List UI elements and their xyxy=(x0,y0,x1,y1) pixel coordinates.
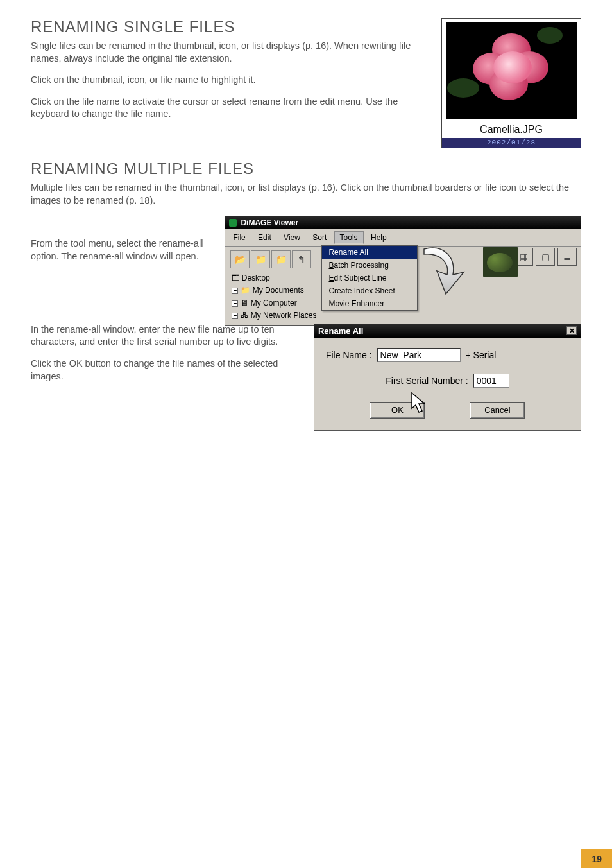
thumbnail-date: 2002/01/28 xyxy=(442,138,581,148)
section1-p2: Click on the thumbnail, icon, or file na… xyxy=(31,74,430,87)
menu-view[interactable]: View xyxy=(278,232,305,243)
new-folder-icon xyxy=(255,254,266,265)
file-name-label: File Name : xyxy=(326,350,372,360)
menu-edit-subject[interactable]: Edit Subject Line xyxy=(322,272,417,284)
thumbnail-card[interactable]: Camellia.JPG 2002/01/28 xyxy=(441,18,581,148)
instr2-text: In the rename-all window, enter the new … xyxy=(31,324,302,349)
folder-icon xyxy=(276,254,287,265)
window-title: DiMAGE Viewer xyxy=(241,218,298,227)
menu-batch-processing[interactable]: Batch Processing xyxy=(322,259,417,272)
section2-title: RENAMING MULTIPLE FILES xyxy=(31,160,581,178)
up-button[interactable] xyxy=(292,250,311,268)
dimage-viewer-window: DiMAGE Viewer File Edit View Sort Tools … xyxy=(225,216,581,326)
section1-title: RENAMING SINGLE FILES xyxy=(31,18,430,36)
instr3-text: Click the OK button to change the file n… xyxy=(31,358,302,383)
menu-movie-enhancer[interactable]: Movie Enhancer xyxy=(322,297,417,310)
rename-all-dialog: Rename All ✕ File Name : + Serial First … xyxy=(314,324,581,431)
section1-p1: Single files can be renamed in the thumb… xyxy=(31,40,430,65)
folder-open-icon xyxy=(235,254,246,265)
dialog-titlebar: Rename All ✕ xyxy=(314,324,581,338)
list-icon: ≣ xyxy=(563,252,571,262)
menu-edit[interactable]: Edit xyxy=(253,232,276,243)
app-logo-icon xyxy=(229,219,237,227)
tree-mydocs[interactable]: +📁 My Documents xyxy=(232,284,316,297)
window-titlebar: DiMAGE Viewer xyxy=(225,216,581,229)
file-name-input[interactable] xyxy=(377,348,461,362)
menu-rename-all[interactable]: Rename All xyxy=(322,246,417,259)
grid-icon: ▦ xyxy=(520,252,528,262)
dialog-close-button[interactable]: ✕ xyxy=(566,326,577,335)
instr1-text: From the tool menu, select the rename-al… xyxy=(31,216,218,263)
view-list-button[interactable]: ≣ xyxy=(557,248,577,266)
serial-number-label: First Serial Number : xyxy=(386,376,468,386)
tree-mynet[interactable]: +🖧 My Network Places xyxy=(232,309,316,322)
menu-file[interactable]: File xyxy=(228,232,250,243)
section1-p3: Click on the file name to activate the c… xyxy=(31,96,430,121)
thumbnail-filename[interactable]: Camellia.JPG xyxy=(446,124,577,138)
menu-tools[interactable]: Tools xyxy=(334,231,364,244)
view-thumb-button[interactable]: ▢ xyxy=(536,248,555,266)
up-arrow-icon xyxy=(298,254,305,265)
cancel-button[interactable]: Cancel xyxy=(470,402,525,419)
content-thumbnail xyxy=(483,247,518,277)
dialog-title: Rename All xyxy=(318,326,363,336)
thumbnail-image xyxy=(446,22,577,119)
folder-open-button[interactable] xyxy=(230,250,250,268)
tools-dropdown: Rename All Batch Processing Edit Subject… xyxy=(321,245,418,311)
thumb-icon: ▢ xyxy=(541,252,550,262)
menu-help[interactable]: Help xyxy=(366,232,392,243)
page-footer: 19 xyxy=(0,849,612,868)
folder-tree: 🗔 Desktop +📁 My Documents +🖥 My Computer… xyxy=(230,272,316,322)
folder-button-3[interactable] xyxy=(271,250,291,268)
new-folder-button[interactable] xyxy=(251,250,270,268)
serial-suffix-label: + Serial xyxy=(466,350,497,360)
tree-mycomp[interactable]: +🖥 My Computer xyxy=(232,297,316,309)
menubar: File Edit View Sort Tools Help xyxy=(225,229,581,247)
callout-arrow-icon xyxy=(418,244,469,295)
tree-desktop[interactable]: 🗔 Desktop xyxy=(232,272,316,284)
section2-p1: Multiple files can be renamed in the thu… xyxy=(31,182,581,207)
serial-number-input[interactable] xyxy=(473,374,509,388)
page-number: 19 xyxy=(591,854,602,864)
ok-button[interactable]: OK xyxy=(370,402,425,419)
menu-sort[interactable]: Sort xyxy=(307,232,332,243)
menu-create-index[interactable]: Create Index Sheet xyxy=(322,284,417,297)
